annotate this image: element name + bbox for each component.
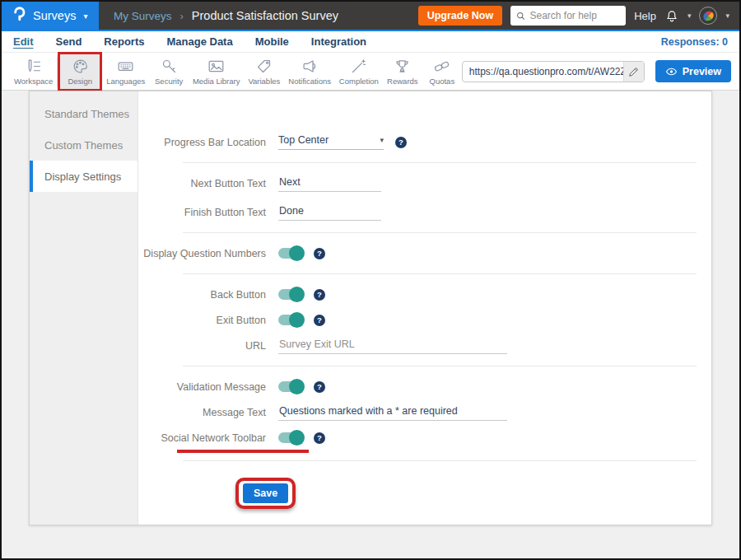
workspace-icon [25,58,42,75]
back-button-label: Back Button [138,289,266,301]
security-icon [161,58,178,75]
social-network-toolbar-toggle[interactable] [278,432,303,443]
display-settings-form: Progress Bar Location Top Center ▾ ? Nex… [138,91,711,525]
back-button-row: Back Button ? [138,282,711,307]
survey-url-field: https://qa.questionpro.com/t/AW22Zcq2J [462,61,645,82]
edit-url-button[interactable] [623,62,644,82]
back-button-toggle[interactable] [278,289,303,300]
brand-surveys-menu[interactable]: Surveys ▾ [2,2,99,30]
toolbar-item-media-library[interactable]: Media Library [189,54,244,90]
content-area: Standard Themes Custom Themes Display Se… [2,91,739,555]
design-settings-panel: Standard Themes Custom Themes Display Se… [29,91,712,525]
eye-icon [665,67,678,77]
section-divider [183,162,697,163]
pencil-icon [628,66,640,77]
finish-button-text-input[interactable] [278,203,381,221]
exit-url-input[interactable] [278,337,507,354]
design-highlight-annotation: Design [58,52,102,91]
exit-button-label: Exit Button [138,315,266,326]
progress-bar-help-icon[interactable]: ? [395,137,407,148]
tab-reports[interactable]: Reports [104,35,144,48]
preview-button[interactable]: Preview [655,60,731,82]
help-link[interactable]: Help [634,10,656,22]
message-text-row: Message Text [138,399,711,425]
display-question-numbers-help-icon[interactable]: ? [314,248,325,259]
tab-edit[interactable]: Edit [13,35,34,48]
display-question-numbers-label: Display Question Numbers [138,248,266,259]
back-button-help-icon[interactable]: ? [314,289,325,301]
brand-menu-label: Surveys [33,9,76,22]
validation-message-row: Validation Message ? [138,374,711,399]
toolbar-item-rewards[interactable]: Rewards [383,54,422,90]
avatar[interactable] [699,7,717,25]
next-button-text-input[interactable] [278,175,381,192]
design-icon [72,58,89,75]
progress-bar-location-label: Progress Bar Location [138,137,266,148]
tab-manage-data[interactable]: Manage Data [166,35,232,48]
trophy-icon [394,58,411,75]
toolbar-item-design[interactable]: Design [60,54,100,89]
social-network-toolbar-help-icon[interactable]: ? [314,432,325,444]
chain-link-icon [433,58,450,75]
tab-mobile[interactable]: Mobile [255,35,289,48]
next-button-text-row: Next Button Text [138,170,711,196]
select-chevron-down-icon: ▾ [380,136,384,144]
exit-button-row: Exit Button ? [138,307,711,333]
display-question-numbers-row: Display Question Numbers ? [138,240,711,266]
save-highlight-annotation: Save [235,478,296,509]
social-network-toolbar-row: Social Network Toolbar ? [138,425,711,450]
toolbar-item-languages[interactable]: Languages [102,54,149,90]
chevron-down-icon: ▾ [83,12,87,21]
responses-count[interactable]: Responses: 0 [661,36,728,48]
validation-message-help-icon[interactable]: ? [314,381,325,393]
validation-message-toggle[interactable] [278,381,303,392]
exit-url-row: URL [138,333,711,358]
sidebar-item-custom-themes[interactable]: Custom Themes [30,129,137,161]
toolbar-item-workspace[interactable]: Workspace [10,54,57,90]
display-question-numbers-toggle[interactable] [278,248,303,259]
section-divider [183,232,697,233]
progress-bar-location-select[interactable]: Top Center ▾ [278,134,384,150]
sidebar-item-display-settings[interactable]: Display Settings [30,161,137,192]
tab-send[interactable]: Send [56,35,82,48]
message-text-input[interactable] [278,404,507,421]
design-sidebar: Standard Themes Custom Themes Display Se… [30,91,138,525]
header-right-group: Upgrade Now Help ▾ ▾ [418,6,739,26]
breadcrumb-my-surveys[interactable]: My Surveys [114,10,172,22]
magic-wand-icon [350,58,367,75]
sidebar-item-standard-themes[interactable]: Standard Themes [30,98,137,129]
toolbar-item-quotas[interactable]: Quotas [422,54,462,90]
notifications-bell-icon[interactable] [664,8,679,24]
upgrade-now-button[interactable]: Upgrade Now [418,6,503,26]
toolbar-item-variables[interactable]: Variables [244,54,284,90]
exit-button-help-icon[interactable]: ? [314,315,325,326]
bell-chevron-down-icon[interactable]: ▾ [687,12,692,20]
next-button-text-label: Next Button Text [138,178,266,189]
red-underline-annotation [177,450,309,453]
search-input[interactable] [530,10,621,21]
top-header: Surveys ▾ My Surveys › Product Satisfact… [2,2,739,31]
media-library-icon [207,58,225,75]
toolbar-item-security[interactable]: Security [149,54,189,90]
languages-icon [117,58,134,75]
exit-button-toggle[interactable] [278,315,303,325]
finish-button-text-row: Finish Button Text [138,199,711,225]
section-divider [183,460,697,461]
help-search-box[interactable] [510,6,626,26]
finish-button-text-label: Finish Button Text [138,207,266,218]
section-divider [183,273,697,274]
save-button[interactable]: Save [243,483,288,503]
breadcrumb: My Surveys › Product Satisfaction Survey [114,9,338,22]
survey-url-text[interactable]: https://qa.questionpro.com/t/AW22Zcq2J [463,62,623,82]
validation-message-label: Validation Message [138,381,266,393]
tab-integration[interactable]: Integration [311,35,366,48]
page-title: Product Satisfaction Survey [192,9,338,22]
megaphone-icon [301,58,319,75]
toolbar-item-completion[interactable]: Completion [335,54,383,90]
variables-icon [255,58,273,75]
progress-bar-location-row: Progress Bar Location Top Center ▾ ? [138,129,711,155]
account-chevron-down-icon[interactable]: ▾ [725,12,729,20]
social-network-toolbar-label: Social Network Toolbar [138,432,266,444]
questionpro-logo-icon [12,6,26,26]
toolbar-item-notifications[interactable]: Notifications [284,54,334,90]
